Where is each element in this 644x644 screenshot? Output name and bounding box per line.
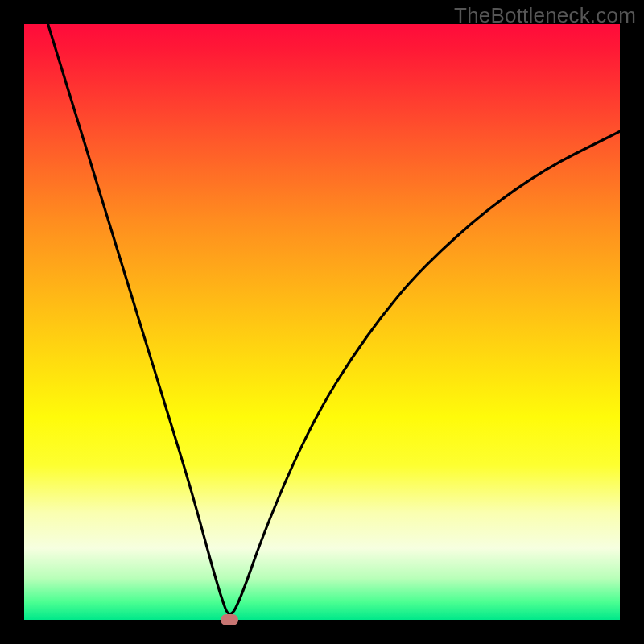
chart-frame: TheBottleneck.com: [0, 0, 644, 644]
plot-area: [24, 24, 620, 620]
minimum-marker: [221, 614, 238, 625]
bottleneck-curve: [48, 24, 620, 614]
curve-layer: [24, 24, 620, 620]
